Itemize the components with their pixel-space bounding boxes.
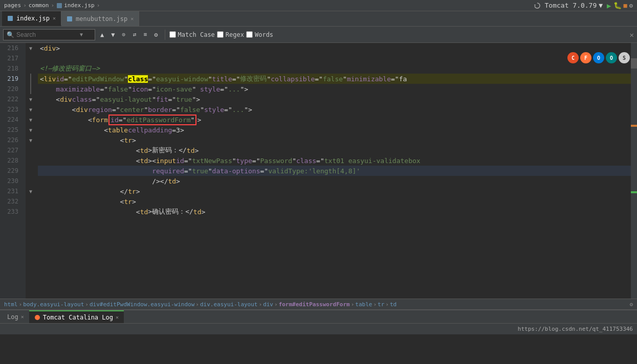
bc-div-pwd[interactable]: div#editPwdWindow.easyui-window xyxy=(90,301,194,308)
words-label[interactable]: Words xyxy=(255,31,273,38)
code-editor[interactable]: <div> <!—修改密码窗口—> <liv id="editPwdWindow… xyxy=(36,43,631,299)
code-line-218[interactable]: <!—修改密码窗口—> xyxy=(38,63,631,74)
nav-up-button[interactable]: ▲ xyxy=(97,30,107,39)
line-220: 220 xyxy=(0,84,21,94)
fold-219-bar xyxy=(26,74,36,84)
search-dropdown-icon[interactable]: ▼ xyxy=(80,32,83,37)
ie-icon[interactable]: O xyxy=(593,52,604,63)
bc-table[interactable]: table xyxy=(355,301,372,308)
build-button[interactable]: ⚙ xyxy=(629,2,633,9)
line-219: 219 xyxy=(0,74,21,84)
fold-225[interactable]: ▼ xyxy=(26,125,36,135)
search-icon: 🔍 xyxy=(7,31,14,38)
search-input[interactable] xyxy=(16,31,78,38)
fold-column: ▼ ▼ ▼ ▼ ▼ ▼ ▼ xyxy=(26,43,36,299)
line-217: 217 xyxy=(0,53,21,63)
regex-label[interactable]: Regex xyxy=(226,31,244,38)
bc-html[interactable]: html xyxy=(4,301,18,308)
bc-form[interactable]: form#editPasswordForm xyxy=(279,301,350,308)
bc-td[interactable]: td xyxy=(390,301,397,308)
browser-icons: C F O O S xyxy=(567,52,630,63)
line-225: 225 xyxy=(0,125,21,135)
line-232: 232 xyxy=(0,196,21,207)
editor-area: 216 217 218 219 220 222 223 224 225 226 … xyxy=(0,43,637,299)
code-line-225[interactable]: <table cellpadding=3> xyxy=(38,125,631,135)
tomcat-selector[interactable]: Tomcat 7.0.79 ▼ xyxy=(545,2,603,9)
fold-222[interactable]: ▼ xyxy=(26,94,36,104)
form-id-highlight: id="editPasswordForm" xyxy=(108,115,196,125)
line-224: 224 xyxy=(0,115,21,125)
log-tab-tomcat[interactable]: Tomcat Catalina Log ✕ xyxy=(29,310,124,323)
safari-icon[interactable]: S xyxy=(619,52,630,63)
firefox-icon[interactable]: F xyxy=(580,52,591,63)
code-line-226[interactable]: <tr> xyxy=(38,135,631,145)
fold-232[interactable]: ▼ xyxy=(26,186,36,196)
code-line-222[interactable]: <div class="easyui-layout" fit="true"> xyxy=(38,94,631,104)
fold-223[interactable]: ▼ xyxy=(26,104,36,115)
line-218: 218 xyxy=(0,63,21,74)
tomcat-label: Tomcat 7.0.79 xyxy=(545,2,597,9)
code-line-227[interactable]: 表单 <td>新密码：</td> xyxy=(38,145,631,155)
stop-button[interactable]: ■ xyxy=(624,2,627,9)
settings-button[interactable]: ⚙ xyxy=(151,30,160,39)
code-line-219[interactable]: <liv id="editPwdWindow" class="easyui-wi… xyxy=(38,74,631,84)
scrollbar[interactable] xyxy=(631,43,637,299)
gear-icon[interactable]: ⚙ xyxy=(629,301,633,308)
fold-224[interactable]: ▼ xyxy=(26,115,36,125)
log-close-1[interactable]: ✕ xyxy=(21,314,24,320)
bc-tr[interactable]: tr xyxy=(378,301,384,308)
close-search-button[interactable]: ✕ xyxy=(630,31,634,39)
run-button[interactable]: ▶ xyxy=(607,2,611,10)
code-line-232[interactable]: <tr> xyxy=(38,196,631,207)
opera-icon[interactable]: O xyxy=(606,52,617,63)
multiline-button[interactable]: ≡ xyxy=(141,30,150,39)
search-box[interactable]: 🔍 ▼ xyxy=(3,29,95,40)
bc-div-layout[interactable]: div.easyui-layout xyxy=(200,301,258,308)
bc-body[interactable]: body.easyui-layout xyxy=(23,301,84,308)
code-line-230[interactable]: /></td> xyxy=(38,176,631,186)
scroll-marker-2 xyxy=(631,191,637,193)
code-line-224[interactable]: <form id="editPasswordForm"> xyxy=(38,115,631,125)
line-228: 228 xyxy=(0,155,21,166)
scroll-marker-1 xyxy=(631,125,637,127)
svg-marker-1 xyxy=(534,5,536,6)
toolbar: 🔍 ▼ ▲ ▼ ⊙ ⇄ ≡ ⚙ Match Case Regex Words ✕ xyxy=(0,27,637,43)
tomcat-icon xyxy=(34,314,40,321)
code-line-216[interactable]: <div> xyxy=(38,43,631,53)
replace-button[interactable]: ⇄ xyxy=(130,30,139,39)
line-230: 230 xyxy=(0,176,21,186)
log-tab-log[interactable]: Log ✕ xyxy=(2,310,29,323)
match-case-label[interactable]: Match Case xyxy=(178,31,215,38)
tab-close-index[interactable]: ✕ xyxy=(53,15,56,21)
breadcrumb-file[interactable]: index.jsp xyxy=(64,2,95,9)
regex-group: Regex xyxy=(217,31,244,38)
tab-menubutton-jsp[interactable]: menubutton.jsp ✕ xyxy=(61,11,139,26)
code-line-228[interactable]: <td><input id="txtNewPass" type="Passwor… xyxy=(38,155,631,166)
breadcrumb-pages[interactable]: pages xyxy=(4,2,21,9)
breadcrumb-common[interactable]: common xyxy=(29,2,49,9)
words-checkbox[interactable] xyxy=(246,31,253,38)
regex-checkbox[interactable] xyxy=(217,31,224,38)
bc-div[interactable]: div xyxy=(263,301,273,308)
code-line-220[interactable]: maximizable="false" icon="icon-save" sty… xyxy=(38,84,631,94)
log-close-2[interactable]: ✕ xyxy=(116,314,119,320)
code-line-223[interactable]: <div region="center" border="false" styl… xyxy=(38,104,631,115)
tab-index-jsp[interactable]: index.jsp ✕ xyxy=(2,11,61,26)
chrome-icon[interactable]: C xyxy=(567,52,579,63)
fold-216[interactable]: ▼ xyxy=(26,43,36,53)
code-line-217[interactable] xyxy=(38,53,631,63)
fold-226[interactable]: ▼ xyxy=(26,135,36,145)
match-case-checkbox[interactable] xyxy=(169,31,176,38)
code-line-231[interactable]: </tr> xyxy=(38,186,631,196)
line-216: 216 xyxy=(0,43,21,53)
log-label: Log xyxy=(7,313,18,321)
find-in-path-button[interactable]: ⊙ xyxy=(119,30,128,39)
scroll-thumb[interactable] xyxy=(631,58,637,69)
nav-down-button[interactable]: ▼ xyxy=(108,30,118,39)
tab-close-menubutton[interactable]: ✕ xyxy=(130,16,134,21)
toolbar-separator xyxy=(165,30,165,40)
line-227: 227 xyxy=(0,145,21,155)
code-line-233[interactable]: <td>确认密码：</td> xyxy=(38,207,631,217)
debug-button[interactable]: 🐛 xyxy=(613,2,622,9)
code-line-229[interactable]: required="true" data-options="validType:… xyxy=(38,166,631,176)
